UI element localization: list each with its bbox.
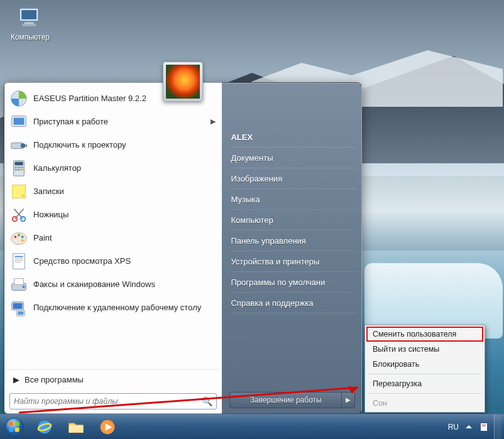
shutdown-menu-switch-user[interactable]: Сменить пользователя [366, 327, 483, 342]
program-item-label: Приступая к работе [33, 117, 108, 126]
projector-icon [9, 136, 28, 154]
svg-rect-9 [25, 144, 27, 147]
sticky-notes-icon [9, 182, 28, 201]
menu-separator [369, 374, 481, 374]
getting-started-icon [9, 112, 28, 131]
svg-rect-30 [14, 258, 23, 259]
svg-rect-34 [14, 278, 24, 284]
program-item-fax-scan[interactable]: Факсы и сканирование Windows [7, 273, 219, 296]
program-item-label: Записки [33, 187, 64, 196]
program-item-remote-desktop[interactable]: Подключение к удаленному рабочему столу [7, 296, 219, 319]
svg-rect-14 [21, 166, 23, 168]
right-item-music[interactable]: Музыка [231, 189, 356, 210]
shutdown-options-arrow[interactable]: ▶ [341, 392, 355, 408]
desktop-icon-computer[interactable]: Компьютер [6, 4, 54, 41]
svg-rect-15 [14, 168, 17, 170]
program-item-label: EASEUS Partition Master 9.2.2 [33, 94, 146, 103]
svg-rect-29 [14, 256, 23, 257]
right-item-computer[interactable]: Компьютер [231, 210, 356, 230]
show-desktop-button[interactable] [494, 415, 501, 440]
svg-point-26 [21, 236, 24, 238]
fax-scan-icon [9, 275, 28, 294]
program-item-calculator[interactable]: Калькулятор [7, 156, 219, 180]
start-button[interactable] [0, 415, 29, 440]
action-center-icon[interactable] [479, 422, 489, 432]
svg-point-24 [14, 236, 17, 238]
program-item-snipping-tool[interactable]: Ножницы [7, 203, 219, 226]
svg-rect-49 [69, 425, 84, 432]
right-item-pictures[interactable]: Изображения [231, 168, 356, 189]
calculator-icon [9, 159, 28, 178]
folder-icon [67, 418, 85, 436]
svg-rect-44 [15, 421, 19, 426]
right-item-user[interactable]: ALEX [231, 127, 356, 148]
user-picture-frame[interactable] [163, 62, 203, 102]
right-item-help[interactable]: Справка и поддержка [231, 293, 356, 313]
program-list: EASEUS Partition Master 9.2.2Приступая к… [7, 87, 219, 367]
svg-rect-54 [482, 425, 486, 425]
taskbar: RU [0, 414, 504, 439]
paint-icon [9, 229, 28, 247]
all-programs-label: Все программы [25, 375, 84, 384]
svg-rect-2 [25, 22, 34, 24]
right-item-documents[interactable]: Документы [231, 148, 356, 168]
computer-icon [16, 4, 44, 31]
program-item-label: Средство просмотра XPS [33, 256, 131, 266]
user-picture [166, 65, 200, 99]
chevron-right-icon: ▶ [13, 375, 19, 384]
taskbar-pin-explorer[interactable] [61, 416, 91, 438]
program-item-paint[interactable]: Paint [7, 226, 219, 249]
system-tray: RU [448, 415, 504, 440]
submenu-arrow-icon: ▶ [211, 117, 216, 126]
right-item-devices[interactable]: Устройства и принтеры [231, 251, 356, 272]
svg-point-27 [21, 239, 24, 241]
right-item-controlpanel[interactable]: Панель управления [231, 230, 356, 251]
program-item-xps-viewer[interactable]: Средство просмотра XPS [7, 249, 219, 273]
partition-icon [9, 89, 28, 108]
desktop-icon-label: Компьютер [6, 33, 54, 41]
svg-rect-1 [21, 10, 36, 19]
program-item-label: Подключить к проектору [33, 140, 126, 149]
svg-point-8 [21, 143, 26, 148]
media-player-icon [99, 418, 116, 436]
all-programs-button[interactable]: ▶ Все программы [7, 369, 219, 389]
svg-rect-17 [21, 168, 23, 170]
program-item-label: Калькулятор [33, 163, 81, 173]
svg-point-25 [18, 234, 20, 236]
shutdown-menu-lock[interactable]: Блокировать [366, 357, 483, 372]
program-item-sticky-notes[interactable]: Записки [7, 180, 219, 203]
tray-chevron-icon[interactable] [464, 422, 474, 432]
search-box[interactable]: 🔍 [9, 393, 217, 409]
svg-point-42 [6, 418, 24, 436]
program-item-label: Факсы и сканирование Windows [33, 279, 155, 289]
start-menu-left-pane: EASEUS Partition Master 9.2.2Приступая к… [4, 83, 222, 413]
shutdown-menu-log-off[interactable]: Выйти из системы [366, 342, 483, 357]
svg-rect-37 [13, 303, 23, 308]
start-menu-right-pane: ALEX Документы Изображения Музыка Компью… [222, 83, 361, 413]
svg-rect-3 [22, 24, 36, 26]
taskbar-pin-ie[interactable] [30, 416, 60, 438]
svg-rect-11 [14, 161, 23, 165]
svg-marker-52 [466, 425, 472, 428]
shutdown-menu-sleep: Сон [366, 396, 483, 411]
svg-rect-35 [23, 285, 25, 288]
ie-icon [36, 418, 53, 436]
search-input[interactable] [14, 397, 202, 406]
shutdown-button[interactable]: Завершение работы [229, 392, 341, 408]
shutdown-menu-restart[interactable]: Перезагрузка [366, 376, 483, 391]
remote-desktop-icon [9, 298, 28, 317]
svg-rect-13 [18, 166, 20, 168]
svg-rect-12 [14, 166, 17, 168]
svg-rect-39 [18, 311, 23, 315]
svg-rect-45 [9, 427, 14, 431]
right-item-defaults[interactable]: Программы по умолчани [231, 272, 356, 293]
language-indicator[interactable]: RU [448, 423, 459, 431]
taskbar-pin-wmp[interactable] [92, 416, 123, 438]
svg-rect-43 [9, 421, 14, 426]
program-item-projector[interactable]: Подключить к проектору [7, 133, 219, 156]
svg-rect-31 [14, 260, 23, 261]
snipping-tool-icon [9, 205, 28, 224]
program-item-getting-started[interactable]: Приступая к работе▶ [7, 110, 219, 133]
xps-viewer-icon [9, 252, 28, 271]
svg-rect-28 [13, 253, 25, 268]
